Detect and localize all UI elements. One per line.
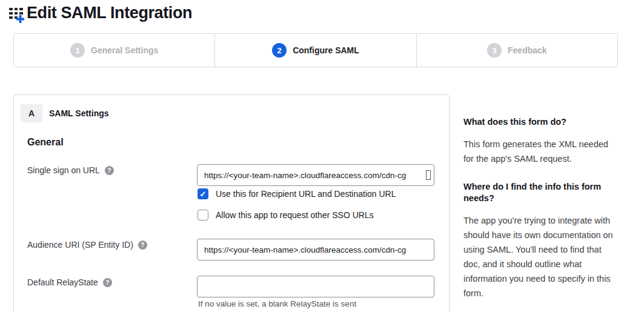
relay-state-input[interactable]: [197, 276, 434, 297]
section-title: SAML Settings: [49, 108, 109, 118]
other-sso-urls-checkbox[interactable]: [198, 210, 208, 221]
relay-state-label: Default RelayState: [27, 277, 98, 287]
relay-state-label-row: Default RelayState ?: [27, 277, 112, 287]
help-answer-1: This form generates the XML needed for t…: [463, 137, 615, 166]
page-header: Edit SAML Integration: [8, 4, 192, 22]
help-question-2: Where do I find the info this form needs…: [463, 181, 615, 204]
recipient-url-checkbox-label: Use this for Recipient URL and Destinati…: [216, 189, 396, 199]
step-number-badge: 1: [70, 43, 85, 58]
check-icon: ✓: [200, 190, 207, 199]
step-label: Feedback: [508, 45, 547, 55]
help-sidebar: What does this form do? This form genera…: [463, 116, 615, 312]
sso-url-label-row: Single sign on URL ?: [27, 165, 114, 175]
sso-url-label: Single sign on URL: [27, 165, 100, 175]
step-number-badge: 3: [487, 43, 502, 58]
page-title: Edit SAML Integration: [27, 4, 192, 22]
section-badge: A: [21, 104, 42, 122]
audience-uri-label-row: Audience URI (SP Entity ID) ?: [27, 240, 147, 250]
saml-settings-card: A SAML Settings General Single sign on U…: [13, 95, 450, 312]
relay-state-hint: If no value is set, a blank RelayState i…: [198, 299, 356, 308]
audience-uri-input[interactable]: [197, 239, 434, 261]
step-label: Configure SAML: [293, 45, 359, 55]
group-heading-general: General: [27, 137, 64, 148]
help-icon[interactable]: ?: [103, 278, 112, 287]
add-app-icon: [8, 5, 25, 24]
other-sso-urls-checkbox-row[interactable]: Allow this app to request other SSO URLs: [198, 210, 374, 221]
audience-uri-label: Audience URI (SP Entity ID): [27, 240, 133, 250]
sso-url-input[interactable]: [197, 164, 434, 186]
recipient-url-checkbox-row[interactable]: ✓ Use this for Recipient URL and Destina…: [198, 188, 396, 199]
help-icon[interactable]: ?: [105, 166, 114, 175]
help-answer-2: The app you're trying to integrate with …: [463, 213, 615, 300]
step-tab-feedback[interactable]: 3 Feedback: [416, 34, 617, 67]
other-sso-urls-checkbox-label: Allow this app to request other SSO URLs: [216, 210, 374, 220]
help-question-1: What does this form do?: [463, 116, 615, 128]
wizard-step-bar: 1 General Settings 2 Configure SAML 3 Fe…: [13, 33, 618, 67]
recipient-url-checkbox[interactable]: ✓: [198, 188, 208, 199]
step-tab-general-settings[interactable]: 1 General Settings: [14, 34, 214, 67]
step-number-badge: 2: [272, 43, 287, 58]
step-label: General Settings: [91, 45, 158, 55]
help-icon[interactable]: ?: [138, 241, 147, 250]
sso-url-input-wrap: [197, 164, 434, 186]
step-tab-configure-saml[interactable]: 2 Configure SAML: [214, 34, 416, 67]
